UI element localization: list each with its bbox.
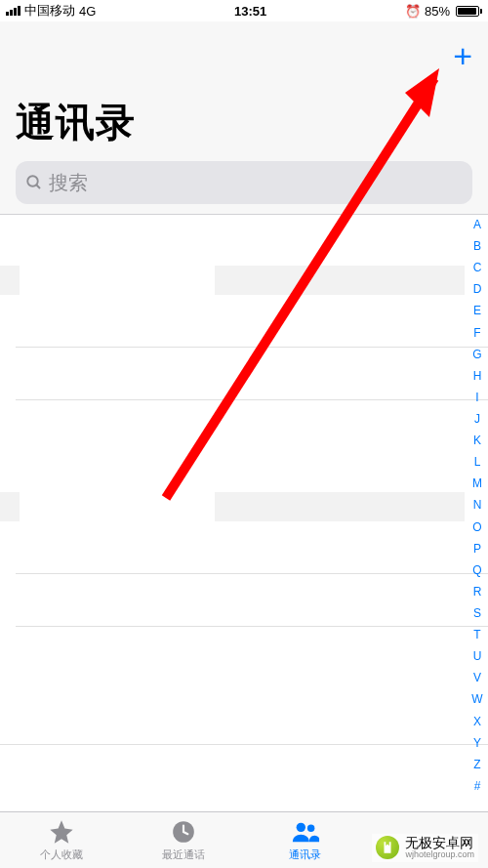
add-contact-button[interactable]: + <box>453 39 472 72</box>
alpha-index-letter[interactable]: R <box>468 586 486 598</box>
alarm-icon: ⏰ <box>405 4 421 19</box>
alpha-index-letter[interactable]: N <box>468 499 486 511</box>
battery-icon <box>454 6 482 17</box>
svg-point-4 <box>306 825 314 833</box>
contact-row[interactable] <box>16 400 488 453</box>
search-box[interactable] <box>16 161 472 204</box>
watermark-name: 无极安卓网 <box>405 835 473 850</box>
alpha-index-letter[interactable]: F <box>468 327 486 339</box>
watermark: 无极安卓网 wjhotelgroup.com <box>372 834 478 862</box>
network-label: 4G <box>79 4 96 19</box>
section-header <box>0 266 20 295</box>
alpha-index-letter[interactable]: Z <box>468 759 486 770</box>
section-header <box>0 492 20 521</box>
alpha-index-letter[interactable]: U <box>468 650 486 662</box>
alpha-index-letter[interactable]: W <box>468 693 486 705</box>
alpha-index-letter[interactable]: A <box>468 219 486 230</box>
svg-point-0 <box>27 176 38 186</box>
alpha-index-letter[interactable]: O <box>468 521 486 533</box>
alpha-index-letter[interactable]: T <box>468 629 486 641</box>
tab-contacts[interactable]: 通讯录 <box>244 812 366 868</box>
status-right: ⏰ 85% <box>405 4 482 19</box>
alpha-index-letter[interactable]: J <box>468 413 486 425</box>
alpha-index-letter[interactable]: V <box>468 672 486 683</box>
star-icon <box>47 818 76 846</box>
alpha-index-letter[interactable]: H <box>468 370 486 382</box>
section-header <box>215 492 465 521</box>
section-header <box>215 266 465 295</box>
status-left: 中国移动 4G <box>6 2 96 20</box>
svg-point-3 <box>296 823 305 832</box>
tab-favorites[interactable]: 个人收藏 <box>0 812 122 868</box>
signal-icon <box>6 6 20 16</box>
search-input[interactable] <box>49 172 463 194</box>
contact-row[interactable] <box>16 295 488 348</box>
contact-row[interactable] <box>16 574 488 627</box>
alpha-index-letter[interactable]: # <box>468 780 486 792</box>
contact-row[interactable] <box>16 348 488 400</box>
alpha-index-letter[interactable]: X <box>468 716 486 727</box>
tab-label: 通讯录 <box>289 847 321 862</box>
alpha-index-letter[interactable]: S <box>468 607 486 619</box>
alpha-index-letter[interactable]: E <box>468 305 486 316</box>
alpha-index-letter[interactable]: D <box>468 283 486 295</box>
watermark-url: wjhotelgroup.com <box>405 850 474 860</box>
alpha-index-letter[interactable]: M <box>468 477 486 489</box>
tab-label: 最近通话 <box>162 847 205 862</box>
search-icon <box>25 174 43 191</box>
alpha-index-letter[interactable]: I <box>468 392 486 403</box>
alpha-index-letter[interactable]: K <box>468 434 486 446</box>
alpha-index-letter[interactable]: B <box>468 240 486 252</box>
status-bar: 中国移动 4G 13:51 ⏰ 85% <box>0 0 488 21</box>
contacts-list[interactable]: ABCDEFGHIJKLMNOPQRSTUVWXYZ# <box>0 215 488 796</box>
contact-row[interactable] <box>16 521 488 574</box>
alpha-index-letter[interactable]: P <box>468 543 486 555</box>
alpha-index[interactable]: ABCDEFGHIJKLMNOPQRSTUVWXYZ# <box>468 219 486 792</box>
header: + 通讯录 <box>0 21 488 215</box>
tab-label: 个人收藏 <box>40 847 83 862</box>
people-icon <box>291 818 320 846</box>
carrier-label: 中国移动 <box>24 2 75 20</box>
clock-icon <box>169 818 198 846</box>
svg-line-1 <box>36 185 40 188</box>
page-title: 通讯录 <box>16 96 472 149</box>
alpha-index-letter[interactable]: Q <box>468 564 486 576</box>
contact-row[interactable] <box>0 744 488 796</box>
alpha-index-letter[interactable]: G <box>468 349 486 360</box>
alpha-index-letter[interactable]: L <box>468 456 486 468</box>
tab-recent[interactable]: 最近通话 <box>122 812 244 868</box>
watermark-logo-icon <box>376 836 399 859</box>
alpha-index-letter[interactable]: Y <box>468 737 486 749</box>
battery-pct: 85% <box>425 4 450 19</box>
status-time: 13:51 <box>234 4 266 19</box>
alpha-index-letter[interactable]: C <box>468 262 486 273</box>
